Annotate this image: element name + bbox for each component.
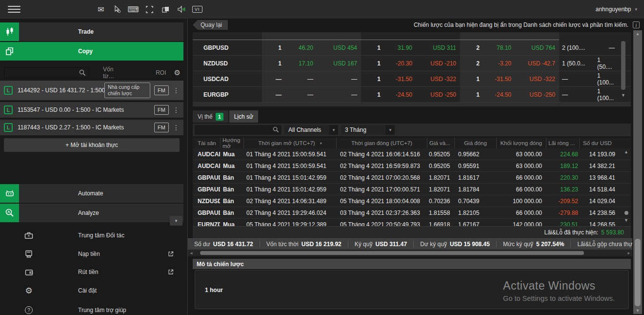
close-price-cell: 1.82105: [454, 210, 496, 216]
history-vscroll[interactable]: ▲ ▼: [623, 148, 630, 226]
history-row[interactable]: GBPAUD Bán 02 Tháng 4 2021 19:29:46.024 …: [193, 207, 631, 219]
close-price-cell: 1.67167: [454, 221, 496, 227]
scroll-down-icon[interactable]: ▼: [633, 308, 642, 313]
question-circle-icon: ?: [22, 306, 36, 314]
open-real-account-button[interactable]: + Mở tài khoản thực: [4, 138, 180, 152]
column-header[interactable]: Số dư USD: [579, 138, 615, 148]
account-menu-icon[interactable]: ⋮: [173, 86, 180, 94]
menu-icon[interactable]: [8, 6, 20, 13]
fm-badge[interactable]: FM: [154, 123, 169, 132]
account-menu-icon[interactable]: ⋮: [173, 124, 180, 131]
scrollbar-thumb[interactable]: [621, 41, 625, 90]
history-row[interactable]: EURNZD Mua 05 Tháng 4 2021 19:29:12.389 …: [193, 219, 631, 226]
positions-hscroll-track[interactable]: [193, 103, 631, 106]
sidebar-item-deposit[interactable]: Nạp tiền: [0, 246, 183, 262]
channel-dropdown[interactable]: All Channels ▾: [284, 125, 338, 135]
positions-row[interactable]: EURGBP — — — 1 -24.50 USD -250 1 -24.50 …: [193, 87, 631, 103]
history-search-input[interactable]: [195, 125, 282, 135]
asset-cell: EURNZD: [193, 221, 220, 227]
status-item: Ký quỹ USD 311.47: [348, 241, 413, 248]
sidebar-item-label: Automate: [78, 190, 103, 197]
cell: -31.50: [483, 71, 515, 86]
status-label: Vốn tức thời: [266, 241, 299, 248]
open-price-cell: 1.66918: [427, 221, 454, 227]
scrollbar-thumb[interactable]: [624, 211, 628, 215]
strategy-search-input[interactable]: [4, 67, 89, 78]
back-button[interactable]: Quay lại: [193, 20, 228, 30]
account-item[interactable]: L 1187443 - USD 2.27 - 1:500 - IC Market…: [0, 120, 183, 135]
sidebar-item-partner-center[interactable]: Trung tâm Đối tác: [0, 227, 183, 244]
history-row[interactable]: AUDCAD Mua 01 Tháng 4 2021 15:00:59.541 …: [193, 148, 631, 160]
keyboard-icon[interactable]: ⌨: [128, 4, 139, 14]
balance-cell: 14 382.21: [579, 163, 615, 169]
cell: 1: [460, 71, 483, 86]
sidebar-item-automate[interactable]: Automate: [0, 184, 183, 203]
user-menu[interactable]: anhnguyenbp ▾: [596, 0, 637, 19]
roi-filter[interactable]: ROI: [156, 69, 166, 76]
sidebar-item-help-center[interactable]: ? Trung tâm trợ giúp: [0, 302, 183, 315]
language-selector[interactable]: VI: [192, 6, 202, 13]
scroll-right-icon[interactable]: ►: [627, 251, 631, 255]
account-item[interactable]: L 1144292 - USD 16 431.72 - 1:500... Nhà…: [0, 81, 183, 100]
sidebar-item-copy[interactable]: Copy: [0, 42, 183, 61]
positions-summary-table: GBPUSD 1 46.20 USD 454 1 31.90 USD 311 2…: [193, 32, 631, 106]
scroll-up-icon[interactable]: ▲: [633, 31, 642, 36]
column-header[interactable]: Thời gian đóng (UTC+7): [336, 138, 427, 148]
horizontal-scrollbar[interactable]: ◄ ►: [188, 250, 632, 256]
mail-icon[interactable]: ✉: [96, 4, 106, 14]
fm-badge[interactable]: FM: [154, 85, 169, 95]
column-header[interactable]: Thời gian mở (UTC+7) ▾: [243, 138, 336, 148]
column-header[interactable]: Tài sản: [193, 138, 220, 148]
sidebar-item-label: Copy: [78, 48, 93, 55]
sidebar-item-trade[interactable]: Trade: [0, 22, 183, 41]
cursor-settings-icon[interactable]: [112, 4, 122, 14]
collapse-chevron-button[interactable]: ▾: [170, 216, 182, 226]
scroll-down-icon[interactable]: ▼: [621, 93, 625, 98]
tab-history[interactable]: Lịch sử: [229, 110, 258, 123]
sidebar-item-settings[interactable]: ⚙ Cài đặt: [0, 282, 183, 299]
column-header[interactable]: Lãi ròng ...: [546, 138, 579, 148]
scroll-left-icon[interactable]: ◄: [189, 251, 193, 255]
account-menu-icon[interactable]: ⋮: [173, 106, 180, 114]
column-header[interactable]: Giá và...: [427, 138, 454, 148]
cell: 1: [262, 56, 285, 71]
positions-vscroll[interactable]: ▼: [620, 32, 627, 103]
windows-icon[interactable]: [160, 4, 171, 14]
sidebar-item-analyze[interactable]: Analyze: [0, 204, 183, 222]
period-dropdown[interactable]: 3 Tháng ▾: [341, 125, 395, 135]
cell: -24.50: [384, 87, 416, 102]
asset-cell: NZDUSD: [193, 198, 220, 205]
fullscreen-icon[interactable]: [144, 4, 155, 14]
volume-icon[interactable]: [176, 4, 187, 14]
positions-row[interactable]: GBPUSD 1 46.20 USD 454 1 31.90 USD 311 2…: [193, 40, 631, 56]
capital-filter[interactable]: Vốn từ…: [103, 66, 125, 80]
info-icon[interactable]: i: [633, 21, 640, 28]
history-row[interactable]: GBPAUD Bán 01 Tháng 4 2021 15:01:42.959 …: [193, 184, 631, 195]
scrollbar-thumb[interactable]: [635, 239, 641, 306]
history-row[interactable]: NZDUSD Bán 02 Tháng 4 2021 14:06:31.489 …: [193, 195, 631, 207]
sidebar-item-withdraw[interactable]: Rút tiền: [0, 264, 183, 280]
positions-row[interactable]: USDCAD — — — 1 -31.50 USD -322 1 -31.50 …: [193, 71, 631, 87]
column-header[interactable]: Giá đóng: [454, 138, 496, 148]
asset-cell: GBPAUD: [193, 186, 220, 193]
history-row[interactable]: AUDCAD Mua 01 Tháng 4 2021 15:00:59.541 …: [193, 160, 631, 172]
realized-pl-row: Lãi&Lỗ đã thực hiện: 5 593.80: [193, 226, 631, 238]
fm-badge[interactable]: FM: [154, 105, 169, 115]
cell: —: [317, 71, 361, 86]
filter-gear-icon[interactable]: ⚙: [174, 68, 181, 77]
main-vertical-scrollbar[interactable]: ▲ ▼: [633, 30, 642, 314]
account-item[interactable]: L 1153547 - USD 0.00 - 1:500 - IC Market…: [0, 102, 183, 118]
positions-row[interactable]: NZDUSD 1 17.10 USD 167 1 -20.30 USD -210…: [193, 56, 631, 71]
column-header[interactable]: Hướng mở: [220, 138, 243, 148]
status-item: Vốn tức thời USD 16 219.92: [260, 241, 348, 248]
cell: 31.90: [384, 40, 416, 55]
volume-cell: 66 000.00: [496, 210, 546, 216]
scroll-up-icon[interactable]: ▲: [624, 149, 628, 154]
history-row[interactable]: GBPAUD Bán 01 Tháng 4 2021 15:01:42.959 …: [193, 172, 631, 184]
column-header[interactable]: Khối lượng đóng: [496, 138, 546, 148]
scrollbar-thumb[interactable]: [200, 251, 584, 255]
chevron-down-icon: ▾: [329, 125, 338, 135]
tab-positions[interactable]: Vị thế 1: [193, 110, 228, 123]
scroll-down-icon[interactable]: ▼: [624, 218, 628, 223]
open-time-cell: 02 Tháng 4 2021 14:06:31.489: [243, 198, 336, 205]
